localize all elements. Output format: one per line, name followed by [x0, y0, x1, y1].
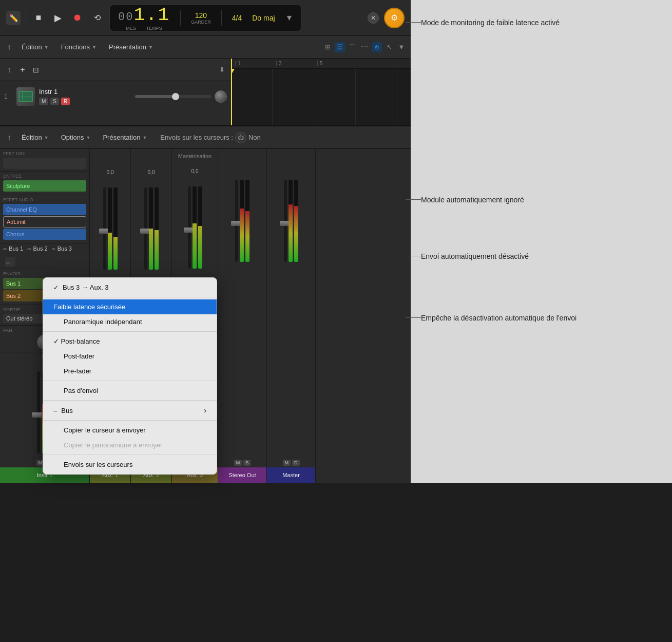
adlimit-plugin[interactable]: AdLimit	[3, 216, 86, 228]
sculpture-plugin[interactable]: Sculpture	[3, 180, 86, 192]
track-controls: ↑ + ⊡ ⬇ 1	[0, 59, 231, 125]
sends-label: Envois sur les curseurs :	[160, 134, 233, 141]
fader-track-stereo[interactable]	[235, 180, 238, 262]
presentation-chevron-mixer: ▼	[142, 135, 147, 140]
ch-solo-master[interactable]: D	[292, 460, 300, 466]
fader-combo-aux2	[144, 177, 159, 270]
copier-curseur-label: Copier le curseur à envoyer	[64, 426, 146, 434]
track-record-button[interactable]: R	[61, 98, 70, 105]
menu-item-post-balance[interactable]: ✓ Post-balance	[43, 334, 217, 349]
vu-bar-aux2	[149, 229, 153, 270]
track-row-1: 1 Instr 1	[0, 81, 231, 112]
ruler-mark-5: 5	[317, 61, 358, 66]
vu-bar-aux3	[193, 223, 197, 269]
snap-button[interactable]: ⎋	[372, 42, 382, 52]
fader-track-aux2[interactable]	[144, 187, 147, 270]
menu-item-bus3-aux3[interactable]: Bus 3 → Aux. 3	[43, 280, 217, 295]
envoi-line	[406, 256, 421, 256]
bus-link-icon-1: ∞	[3, 246, 7, 252]
tempo-expand-button[interactable]: ▼	[285, 13, 294, 23]
menu-item-panoramique[interactable]: Panoramique indépendant	[43, 314, 217, 329]
track-slider-thumb[interactable]	[172, 93, 179, 100]
chorus-plugin[interactable]: Chorus	[3, 229, 86, 240]
stop-button[interactable]: ■	[31, 11, 46, 25]
duplicate-track-button[interactable]: ⊡	[31, 65, 41, 75]
edition-menu-top[interactable]: Édition ▼	[16, 41, 54, 53]
track-options-button[interactable]: ⬇	[217, 65, 227, 75]
presentation-menu-top[interactable]: Présentation ▼	[104, 41, 158, 53]
menu-item-pas-envoi[interactable]: Pas d'envoi	[43, 383, 217, 398]
track-nav-up[interactable]: ↑	[4, 65, 14, 74]
tool-expand-button[interactable]: ▼	[396, 42, 407, 52]
edition-menu-mixer[interactable]: Édition ▼	[16, 131, 54, 143]
ch-mute-stereo[interactable]: M	[234, 460, 242, 466]
loop-button[interactable]: ⟲	[90, 11, 104, 25]
fonctions-chevron: ▼	[92, 45, 97, 50]
post-balance-label: ✓ Post-balance	[53, 337, 100, 345]
vu-bar-aux2-r	[155, 230, 159, 270]
monitoring-button[interactable]: ⚙	[384, 8, 405, 28]
right-panel: Mode de monitoring de faible latence act…	[411, 0, 672, 483]
midi-effect-slot-empty[interactable]	[3, 158, 86, 169]
ch-solo-stereo[interactable]: S	[243, 460, 251, 466]
menu-separator-4	[43, 400, 217, 401]
timesig-value: 4/4	[232, 14, 242, 22]
edition-chevron-top: ▼	[44, 45, 49, 50]
vu-bar-stereo-r	[245, 211, 249, 262]
menu-item-pre-fader[interactable]: Pré-fader	[43, 364, 217, 379]
module-text: Module automatiquement ignoré	[421, 195, 524, 205]
ch-mute-master[interactable]: M	[283, 460, 291, 466]
position-display: 001.1 MES TEMPS	[118, 5, 170, 31]
track-volume-slider[interactable]	[135, 95, 212, 98]
bus-slot-1: ∞ Bus 1	[3, 246, 23, 252]
pointer-tool-button[interactable]: ↖	[384, 42, 394, 52]
options-menu[interactable]: Options ▼	[56, 131, 96, 143]
menu-item-post-fader[interactable]: Post-fader	[43, 349, 217, 364]
fonctions-menu[interactable]: Fonctions ▼	[56, 41, 102, 53]
grid-lines	[231, 69, 411, 125]
sends-power-button[interactable]: ⏻	[235, 132, 246, 143]
vu-aux2	[149, 187, 153, 270]
fader-track-aux3[interactable]	[188, 186, 191, 269]
channel-eq-plugin[interactable]: Channel EQ	[3, 204, 86, 215]
menu-item-bus[interactable]: Bus	[43, 403, 217, 418]
track-mute-button[interactable]: M	[39, 98, 48, 105]
empeche-text: Empêche la désactivation automatique de …	[421, 313, 577, 324]
play-button[interactable]: ▶	[51, 11, 65, 25]
vu-aux3	[193, 186, 197, 269]
menu-item-envois-curseurs[interactable]: Envois sur les curseurs	[43, 457, 217, 472]
fader-track-aux1[interactable]	[103, 187, 106, 270]
fonctions-label: Fonctions	[61, 43, 90, 51]
bus-label-1: Bus 1	[9, 246, 23, 252]
mixer-nav-up[interactable]: ↑	[4, 133, 14, 142]
record-button[interactable]: ⏺	[70, 11, 85, 25]
list-view-button[interactable]: ☰	[335, 42, 345, 52]
vu-master-l	[289, 180, 293, 262]
fader-area-stereo	[218, 149, 266, 458]
menu-item-faible-latence[interactable]: Faible latence sécurisée	[43, 299, 217, 314]
track-pan-knob[interactable]	[215, 90, 227, 103]
back-arrow[interactable]: ↑	[4, 43, 14, 52]
grid-view-button[interactable]: ⊞	[322, 42, 333, 52]
vu-aux3-r	[198, 186, 202, 269]
track-solo-button[interactable]: S	[50, 98, 59, 105]
mixer-toolbar: ↑ Édition ▼ Options ▼ Présentation ▼ Env…	[0, 126, 411, 149]
close-display-button[interactable]: ✕	[368, 12, 379, 24]
presentation-menu-mixer[interactable]: Présentation ▼	[98, 131, 152, 143]
bus-empty-slot: ∞	[5, 257, 15, 267]
ch-ms-row-stereo: M S	[218, 458, 266, 467]
menu-separator-3	[43, 381, 217, 381]
fader-track-master[interactable]	[284, 180, 287, 262]
add-track-button[interactable]: +	[17, 65, 28, 75]
curve-tool-button[interactable]: ⌒	[347, 42, 357, 52]
fader-track-instr1[interactable]	[37, 371, 40, 454]
edition-label-top: Édition	[22, 43, 42, 51]
input-label: Entrée	[3, 174, 86, 179]
vu-stereo-r	[245, 180, 249, 262]
vu-bar-master-r	[294, 206, 298, 262]
monitoring-line	[406, 22, 421, 23]
pencil-tool-button[interactable]: ✏️	[6, 11, 21, 25]
waveform-button[interactable]: 〰	[359, 42, 370, 52]
ruler: 1 3 5	[231, 59, 411, 69]
menu-item-copier-curseur[interactable]: Copier le curseur à envoyer	[43, 423, 217, 438]
